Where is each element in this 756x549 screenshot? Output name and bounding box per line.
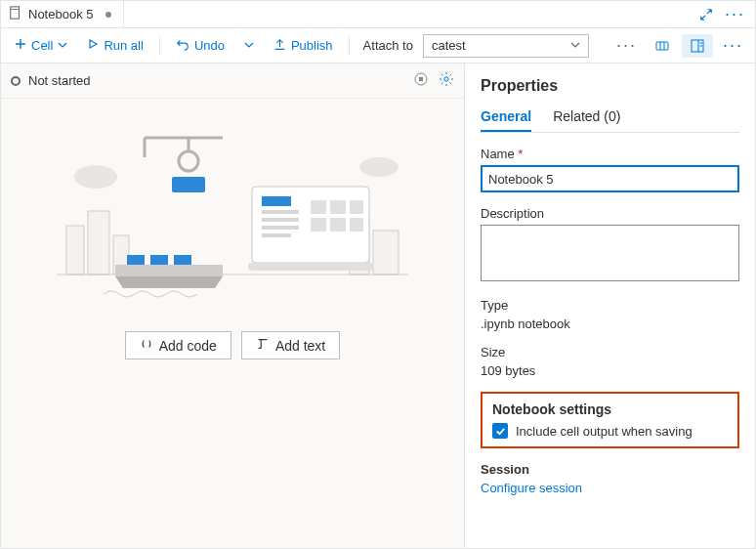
include-output-checkbox[interactable]: [492, 423, 508, 439]
notebook-settings: Notebook settings Include cell output wh…: [481, 392, 739, 448]
expand-icon[interactable]: [699, 8, 713, 21]
include-output-label: Include cell output when saving: [516, 424, 693, 439]
stop-icon[interactable]: [413, 71, 429, 90]
configure-session-link[interactable]: Configure session: [481, 481, 739, 495]
svg-point-9: [444, 77, 448, 81]
more-icon[interactable]: ···: [725, 4, 745, 24]
cell-button[interactable]: Cell: [7, 34, 75, 57]
svg-rect-35: [127, 255, 145, 265]
size-value: 109 bytes: [481, 363, 739, 378]
svg-point-12: [359, 157, 399, 177]
text-icon: [256, 337, 270, 354]
svg-rect-28: [311, 200, 326, 214]
svg-rect-17: [373, 231, 399, 274]
chevron-down-icon: [58, 38, 67, 53]
type-value: .ipynb notebook: [481, 317, 739, 331]
publish-button[interactable]: Publish: [266, 34, 341, 58]
properties-heading: Properties: [481, 77, 739, 95]
size-label: Size: [481, 345, 739, 359]
toolbar-more2-icon[interactable]: ···: [717, 35, 749, 56]
empty-illustration: [57, 118, 408, 314]
svg-rect-13: [66, 226, 84, 274]
svg-rect-2: [656, 42, 668, 50]
tab-title: Notebook 5: [28, 7, 94, 21]
properties-pane: Properties General Related (0) Name Desc…: [464, 63, 755, 548]
tab-related[interactable]: Related (0): [553, 108, 620, 132]
status-row: Not started: [1, 63, 464, 99]
run-all-label: Run all: [104, 38, 143, 53]
svg-rect-0: [11, 7, 20, 19]
svg-rect-31: [311, 218, 326, 232]
add-text-button[interactable]: Add text: [241, 331, 340, 359]
undo-icon: [176, 37, 189, 54]
toolbar: Cell Run all Undo Publish Attach to cate…: [1, 28, 755, 63]
svg-rect-34: [115, 265, 223, 276]
tab-general[interactable]: General: [481, 108, 531, 132]
undo-button[interactable]: Undo: [168, 33, 232, 58]
properties-button[interactable]: [682, 34, 713, 58]
description-input[interactable]: [481, 225, 739, 281]
play-icon: [87, 38, 99, 53]
chevron-down-icon: [570, 38, 580, 53]
svg-rect-14: [88, 211, 109, 274]
undo-label: Undo: [194, 38, 225, 53]
plus-icon: [15, 38, 26, 53]
settings-title: Notebook settings: [492, 401, 728, 417]
notebook-icon: [9, 6, 22, 22]
add-code-label: Add code: [159, 338, 217, 354]
svg-rect-29: [330, 200, 346, 214]
svg-rect-33: [350, 218, 363, 232]
svg-rect-36: [150, 255, 168, 265]
name-input[interactable]: [481, 165, 739, 192]
toolbar-more-icon[interactable]: ···: [610, 35, 643, 56]
svg-rect-30: [350, 200, 363, 214]
attach-value: catest: [432, 38, 466, 53]
svg-rect-8: [419, 77, 423, 81]
variables-button[interactable]: [647, 34, 678, 58]
svg-point-11: [74, 165, 117, 189]
run-all-button[interactable]: Run all: [79, 34, 150, 57]
status-indicator-icon: [11, 76, 21, 86]
svg-rect-22: [248, 263, 373, 271]
publish-label: Publish: [291, 38, 333, 53]
code-icon: [140, 337, 153, 354]
undo-dropdown[interactable]: [236, 34, 262, 57]
name-label: Name: [481, 147, 739, 161]
svg-rect-32: [330, 218, 346, 232]
description-label: Description: [481, 206, 739, 221]
gear-icon[interactable]: [439, 71, 454, 90]
svg-rect-23: [262, 196, 291, 206]
svg-rect-20: [172, 177, 205, 192]
status-text: Not started: [28, 73, 91, 88]
attach-to-label: Attach to: [357, 38, 419, 53]
svg-rect-37: [174, 255, 191, 265]
chevron-down-icon: [244, 38, 254, 53]
cell-label: Cell: [31, 38, 53, 53]
attach-to-select[interactable]: catest: [423, 34, 589, 58]
editor-pane: Not started: [1, 63, 464, 548]
add-text-label: Add text: [275, 338, 325, 354]
session-label: Session: [481, 462, 739, 477]
tab-bar: Notebook 5 ···: [1, 1, 755, 28]
notebook-tab[interactable]: Notebook 5: [1, 1, 124, 27]
type-label: Type: [481, 298, 739, 313]
add-code-button[interactable]: Add code: [125, 331, 231, 359]
publish-icon: [273, 38, 286, 54]
unsaved-indicator-icon: [105, 12, 111, 18]
